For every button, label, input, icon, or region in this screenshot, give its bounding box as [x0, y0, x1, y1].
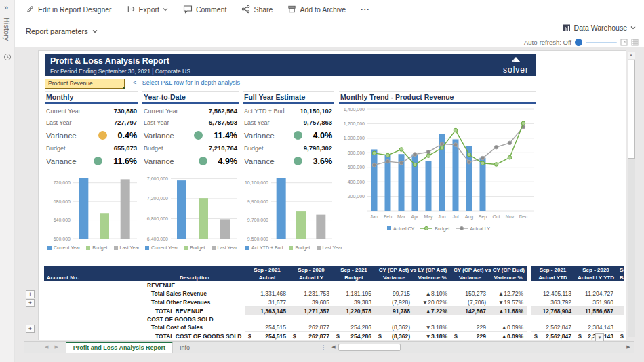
- outline-expand-button[interactable]: +: [26, 325, 35, 333]
- sheet-tab-report[interactable]: Profit and Loss Analysis Report: [66, 342, 173, 353]
- outline-expand-button[interactable]: +: [26, 299, 35, 307]
- grid-icon[interactable]: [631, 39, 639, 46]
- cell-value: 39,605: [289, 298, 333, 307]
- sheet-tab-nav: ◀ ▶: [24, 342, 66, 353]
- vertical-scrollbar[interactable]: ▲: [628, 52, 635, 337]
- tab-next-arrow[interactable]: ▶: [54, 344, 58, 350]
- currency-symbol: $: [378, 332, 382, 340]
- legend-label: Budget: [92, 245, 107, 250]
- legend-item: Last Year: [114, 245, 140, 250]
- column-header-group: CY (CP Act) vs LY (CP Act): [375, 266, 451, 274]
- kpi-value: 0.4%: [118, 131, 138, 140]
- cell-value: ▼3.18%: [414, 323, 451, 332]
- column-header: Actual LY: [289, 274, 333, 281]
- kpi-label: Variance: [244, 132, 294, 140]
- kpi-label: Variance: [46, 132, 98, 140]
- cell-value: 39,383: [333, 298, 375, 307]
- svg-text:200,000: 200,000: [348, 194, 365, 199]
- pl-table-wrap: Account No.DescriptionSep - 2021Sep - 20…: [44, 266, 624, 340]
- export-button[interactable]: Export: [127, 5, 168, 14]
- edit-in-report-designer-button[interactable]: Edit in Report Designer: [26, 5, 112, 14]
- sheet-tab-info[interactable]: Info: [173, 342, 197, 353]
- clock-icon[interactable]: [3, 53, 12, 61]
- horizontal-scrollbar-track[interactable]: [401, 344, 624, 351]
- more-options-button[interactable]: ···: [361, 5, 370, 14]
- table-row[interactable]: TOTAL COST OF GOODS SOLD$254,515$262,877…: [44, 332, 624, 341]
- column-header: Variance: [451, 274, 489, 281]
- svg-text:Aug: Aug: [465, 214, 474, 220]
- cell-value: 12,405,113: [531, 289, 575, 298]
- history-rail[interactable]: » History: [0, 0, 15, 362]
- share-button[interactable]: Share: [241, 5, 273, 14]
- svg-text:7,200,000: 7,200,000: [147, 196, 168, 201]
- legend-swatch: [184, 246, 188, 250]
- legend-swatch: [212, 246, 216, 250]
- cell-value: [617, 323, 624, 332]
- kpi-value: 7,210,764: [209, 144, 237, 152]
- history-label: History: [3, 18, 10, 41]
- expand-icon[interactable]: [620, 39, 628, 46]
- svg-text:Apr: Apr: [411, 214, 420, 220]
- cell-value: 91,788: [375, 307, 414, 316]
- table-row[interactable]: COST OF GOODS SOLD: [44, 315, 624, 323]
- solver-logo: solver: [503, 55, 529, 74]
- cell-account: [44, 281, 144, 289]
- svg-text:1,000,000: 1,000,000: [344, 136, 365, 140]
- app-window: » History Edit in Report Designer Export…: [0, 0, 644, 362]
- cell-value: $254,286: [333, 332, 375, 341]
- horizontal-scrollbar-thumb[interactable]: [338, 344, 401, 351]
- cell-value: 99,715: [375, 289, 414, 298]
- svg-text:600,000: 600,000: [348, 165, 365, 169]
- chart-legend: Act YTD + BudBudgetLast Year: [243, 245, 334, 250]
- cell-value: ▼3.18%: [414, 332, 451, 341]
- table-row[interactable]: TOTAL REVENUE1,363,1451,271,3571,220,578…: [44, 307, 624, 316]
- auto-refresh-slider-handle[interactable]: [575, 39, 582, 46]
- splitter-handle[interactable]: ⋮: [321, 344, 326, 350]
- table-body: REVENUETotal Sales Revenue1,331,4681,231…: [44, 281, 624, 340]
- legend-label: Actual CY: [393, 226, 414, 231]
- table-row[interactable]: REVENUE: [44, 281, 624, 289]
- kpi-row: Variance0.4%: [45, 128, 138, 142]
- comment-button[interactable]: Comment: [183, 5, 227, 14]
- legend-swatch: [245, 246, 249, 250]
- collapse-panel-icon[interactable]: »: [4, 3, 8, 12]
- tab-prev-arrow[interactable]: ◀: [45, 344, 48, 350]
- kpi-row: Act YTD + Bud10,150,102: [243, 105, 334, 117]
- legend-label: Budget: [295, 245, 310, 250]
- report-parameters-dropdown[interactable]: Report parameters: [26, 27, 98, 35]
- auto-refresh-slider-track[interactable]: [586, 42, 617, 43]
- add-to-archive-button[interactable]: Add to Archive: [287, 5, 346, 14]
- kpi-label: Budget: [46, 145, 114, 152]
- scroll-left-arrow[interactable]: ◀: [329, 344, 338, 350]
- scroll-right-arrow[interactable]: ▶: [624, 344, 632, 350]
- cell-value: [575, 315, 617, 323]
- cell-value: [245, 315, 289, 323]
- cell-value: 363,792: [531, 298, 575, 307]
- table-row[interactable]: Total Other Revenues31,67739,60539,383(7…: [44, 298, 624, 307]
- report-title: Profit & Loss Analysis Report: [50, 56, 530, 66]
- vertical-scrollbar-thumb[interactable]: [628, 60, 635, 159]
- kpi-value: 7,562,564: [209, 107, 237, 115]
- cell-value: ▲0.09%: [489, 332, 527, 341]
- legend-item: Actual LY: [456, 226, 489, 231]
- svg-text:9,900,000: 9,900,000: [247, 199, 268, 204]
- kpi-label: Variance: [46, 157, 94, 165]
- auto-refresh-control: Auto-refresh: Off: [524, 39, 639, 46]
- table-row[interactable]: Total Sales Revenue1,331,4681,231,7531,1…: [44, 289, 624, 298]
- kpi-value: 3.6%: [313, 157, 333, 166]
- horizontal-scrollbar[interactable]: ⋮ ◀ ▶: [321, 342, 634, 353]
- pl-row-selector-input[interactable]: Product Revenue: [45, 79, 125, 89]
- kpi-panel-1: Year-to-DateCurrent Year7,562,564Last Ye…: [142, 91, 239, 168]
- cell-value: 254,286: [333, 323, 375, 332]
- data-warehouse-dropdown[interactable]: Data Warehouse: [563, 24, 636, 32]
- table-row[interactable]: Total Cost of Sales254,515262,877254,286…: [44, 323, 624, 332]
- cell-value: 11,556,687: [575, 307, 617, 316]
- kpi-row: Last Year9,757,863: [243, 117, 334, 128]
- trend-chart-title: Monthly Trend - Product Revenue: [339, 92, 536, 104]
- data-warehouse-label: Data Warehouse: [574, 24, 627, 32]
- outline-expand-button[interactable]: +: [26, 290, 35, 298]
- archive-icon: [287, 5, 296, 14]
- cell-value: (7,928): [375, 298, 414, 307]
- scroll-up-arrow[interactable]: ▲: [628, 52, 635, 59]
- cell-value: $: [617, 332, 624, 341]
